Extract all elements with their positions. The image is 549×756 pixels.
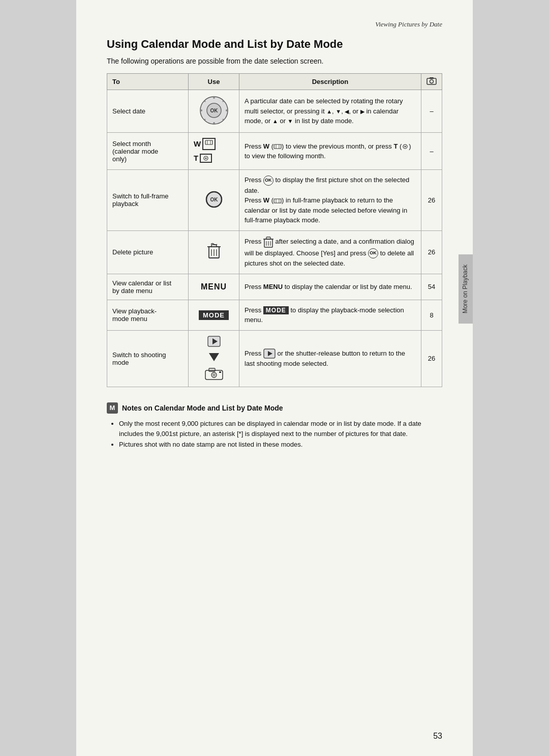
table-row: View calendar or listby date menu MENU P… (107, 274, 442, 300)
main-table: To Use Description (107, 73, 442, 387)
table-row: Select date (107, 90, 442, 133)
col-header-desc: Description (239, 74, 421, 90)
row5-use: MENU (189, 274, 239, 300)
page-header: Viewing Pictures by Date (107, 20, 442, 28)
notes-header: M Notes on Calendar Mode and List by Dat… (107, 402, 442, 414)
col-header-to: To (107, 74, 189, 90)
row1-use: OK (189, 90, 239, 133)
row1-to: Select date (107, 90, 189, 133)
svg-rect-14 (205, 140, 212, 144)
notes-section: M Notes on Calendar Mode and List by Dat… (107, 402, 442, 450)
table-row: Delete picture Press afte (107, 230, 442, 274)
notes-list: Only the most recent 9,000 pictures can … (107, 419, 442, 450)
page-number: 53 (433, 732, 442, 741)
list-item: Only the most recent 9,000 pictures can … (119, 419, 442, 440)
table-row: Switch to shootingmode (107, 330, 442, 387)
menu-icon: MENU (201, 282, 227, 291)
row3-to: Switch to full-frameplayback (107, 170, 189, 231)
svg-rect-19 (274, 144, 281, 149)
row2-use: W T (189, 133, 239, 170)
svg-rect-38 (266, 237, 270, 239)
row7-use (189, 330, 239, 387)
row4-desc: Press after selecting a date, and a conf… (239, 230, 421, 274)
row2-to: Select month(calendar modeonly) (107, 133, 189, 170)
svg-point-11 (222, 119, 224, 121)
svg-point-18 (205, 158, 207, 159)
list-item: Pictures shot with no date stamp are not… (119, 440, 442, 450)
row6-to: View playback-mode menu (107, 300, 189, 330)
page-title: Using Calendar Mode and List by Date Mod… (107, 38, 442, 51)
svg-point-48 (213, 374, 215, 376)
row2-desc: Press W () to view the previous month, o… (239, 133, 421, 170)
svg-rect-2 (430, 77, 434, 79)
svg-point-1 (430, 80, 434, 83)
row7-page: 26 (421, 330, 442, 387)
row7-to: Switch to shootingmode (107, 330, 189, 387)
row3-use: OK (189, 170, 239, 231)
svg-point-47 (211, 372, 217, 377)
row4-use (189, 230, 239, 274)
svg-point-7 (226, 109, 228, 111)
row3-desc: Press OK to display the first picture sh… (239, 170, 421, 231)
svg-rect-27 (274, 199, 281, 203)
row2-page: – (421, 133, 442, 170)
row1-page: – (421, 90, 442, 133)
table-row: Select month(calendar modeonly) W T (107, 133, 442, 170)
col-header-use: Use (189, 74, 239, 90)
svg-point-9 (222, 101, 224, 102)
svg-point-4 (213, 97, 215, 99)
side-tab: More on Playback (459, 254, 473, 324)
row4-page: 26 (421, 230, 442, 274)
table-row: View playback-mode menu MODE Press MODE … (107, 300, 442, 330)
row5-page: 54 (421, 274, 442, 300)
svg-point-8 (204, 101, 205, 102)
row7-desc: Press or the shutter-release button to r… (239, 330, 421, 387)
mode-icon: MODE (199, 310, 229, 320)
intro-text: The following operations are possible fr… (107, 57, 442, 65)
svg-point-6 (200, 109, 202, 111)
svg-rect-46 (209, 368, 215, 371)
row6-use: MODE (189, 300, 239, 330)
row6-desc: Press MODE to display the playback-mode … (239, 300, 421, 330)
col-header-page (421, 74, 442, 90)
row6-page: 8 (421, 300, 442, 330)
row5-to: View calendar or listby date menu (107, 274, 189, 300)
svg-marker-44 (209, 353, 219, 361)
header-title: Viewing Pictures by Date (375, 20, 442, 28)
svg-rect-49 (219, 371, 221, 373)
svg-point-10 (204, 119, 205, 121)
row1-desc: A particular date can be selected by rot… (239, 90, 421, 133)
svg-text:OK: OK (210, 197, 218, 202)
row3-page: 26 (421, 170, 442, 231)
notes-icon: M (107, 402, 118, 414)
svg-point-23 (405, 146, 406, 148)
svg-text:OK: OK (210, 108, 218, 113)
row5-desc: Press MENU to display the calendar or li… (239, 274, 421, 300)
table-row: Switch to full-frameplayback OK Press OK… (107, 170, 442, 231)
row4-to: Delete picture (107, 230, 189, 274)
svg-point-5 (213, 122, 215, 124)
notes-title: Notes on Calendar Mode and List by Date … (122, 404, 283, 412)
page: Viewing Pictures by Date Using Calendar … (76, 0, 473, 756)
